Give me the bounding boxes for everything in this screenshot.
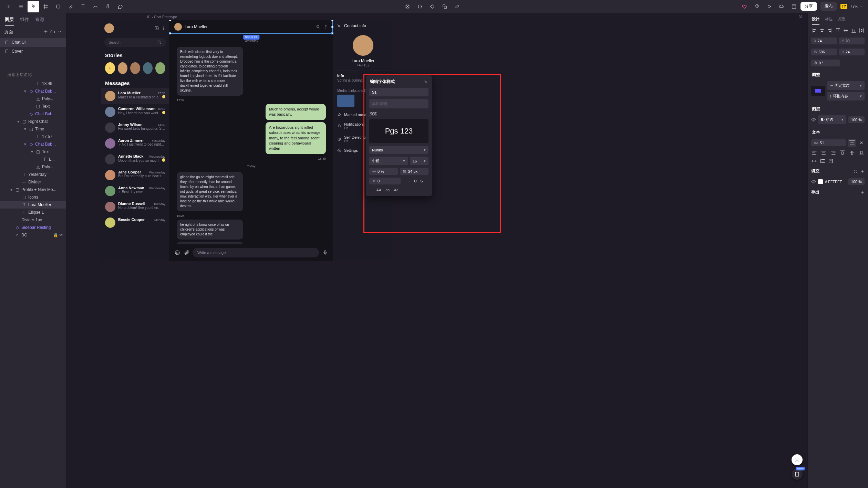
conversation-item[interactable]: Aaron ZimmerYesterday↳ No I just went to… xyxy=(101,136,169,151)
layer-item[interactable]: ▾▢Text xyxy=(0,148,66,156)
layer-item[interactable]: ▾◇Chat Bub... xyxy=(0,87,66,95)
vector-tool[interactable] xyxy=(90,1,101,12)
layer-item[interactable]: ▾▢Time xyxy=(0,125,66,133)
cloud-icon[interactable] xyxy=(776,1,787,12)
text-align-right-icon[interactable] xyxy=(830,150,836,156)
layer-item[interactable]: ▾◇Chat Bub... xyxy=(0,140,66,148)
layer-item[interactable]: —Divider 1px xyxy=(0,216,66,224)
heart-icon[interactable] xyxy=(738,1,750,12)
align-left-icon[interactable] xyxy=(811,27,817,33)
layer-item[interactable]: T17:57 xyxy=(0,133,66,140)
tab-layers[interactable]: 图层 xyxy=(5,17,14,26)
circle-icon[interactable] xyxy=(414,1,426,12)
underline-icon[interactable]: U xyxy=(414,179,417,183)
opacity-input[interactable]: 100 % xyxy=(848,116,865,123)
fill-hex[interactable]: # FFFFFF xyxy=(825,180,842,184)
shape-tool[interactable] xyxy=(52,1,64,12)
layer-item[interactable]: ○Ellipse 1 xyxy=(0,209,66,216)
conversation-item[interactable]: Jane CooperWednesdayBut I'm not really s… xyxy=(101,167,169,183)
frame-tool[interactable] xyxy=(40,1,52,12)
style-desc-input[interactable]: 添加说明 xyxy=(369,99,428,108)
comment-tool[interactable] xyxy=(114,1,126,12)
plugin-icon[interactable] xyxy=(751,1,763,12)
text-style-panel[interactable]: 编辑字体样式 S1 添加说明 预览 Pgs 123 Nunito▾ 中粗▾ 16… xyxy=(366,75,432,196)
help-fab[interactable]: NEW xyxy=(792,469,803,480)
conversation-item[interactable]: Anna NewmanWednesday✓ Best day ever xyxy=(101,183,169,199)
conversation-item[interactable]: Dianne RussellTuesdayNo problem! See you… xyxy=(101,199,169,215)
layer-item[interactable]: T18:49 xyxy=(0,80,66,87)
layer-item[interactable]: ▾▢Right Chat xyxy=(0,118,66,125)
chat-search-input[interactable] xyxy=(108,40,157,44)
theme-fab[interactable] xyxy=(792,454,803,465)
story-item[interactable] xyxy=(118,62,128,74)
mic-icon[interactable] xyxy=(322,250,328,255)
close-icon[interactable] xyxy=(337,23,341,28)
text-valign-top-icon[interactable] xyxy=(839,150,846,156)
text-valign-mid-icon[interactable] xyxy=(849,150,855,156)
contact-avatar-large[interactable] xyxy=(353,35,373,56)
conversation-item[interactable]: Cameron Williamson16:42Hey, I heard that… xyxy=(101,104,169,120)
detach-icon[interactable] xyxy=(858,140,865,146)
height-input[interactable]: H24 xyxy=(839,49,865,55)
text-style-field[interactable]: AaS1 xyxy=(811,139,846,146)
layer-item[interactable]: TYesterday xyxy=(0,171,66,178)
layer-search-input[interactable] xyxy=(7,72,59,77)
publish-button[interactable]: 发布 xyxy=(820,2,837,11)
filter-icon[interactable] xyxy=(62,72,62,77)
fill-opacity-input[interactable]: 100 % xyxy=(848,178,865,185)
menu-button[interactable] xyxy=(15,1,27,12)
layer-item[interactable]: ▢Icons xyxy=(0,193,66,201)
text-align-left-icon[interactable] xyxy=(811,150,817,156)
case-upper[interactable]: AA xyxy=(376,188,381,192)
eye-icon[interactable] xyxy=(811,117,816,122)
frame-label-right[interactable]: 02 xyxy=(799,15,803,19)
tab-components[interactable]: 组件 xyxy=(20,17,29,26)
layer-item[interactable]: ▾▢Profile + New Me... xyxy=(0,186,66,193)
text-box-icon[interactable] xyxy=(828,158,834,164)
rotation-input[interactable]: 0 ° xyxy=(811,60,840,66)
style-name-input[interactable]: S1 xyxy=(369,88,428,96)
more-icon[interactable] xyxy=(323,24,328,29)
layer-item[interactable]: TLara Mueller xyxy=(0,201,66,209)
chat-search[interactable] xyxy=(104,38,166,47)
add-export-icon[interactable] xyxy=(860,190,865,194)
chat-header-selection[interactable]: Lara Mueller 586 × 24 xyxy=(170,20,333,34)
search-icon[interactable] xyxy=(316,24,321,29)
attachment-icon[interactable] xyxy=(184,250,189,255)
font-family-dropdown[interactable]: Nunito▾ xyxy=(369,146,428,154)
conversation-item[interactable]: Bessie CooperMonday xyxy=(101,215,169,231)
strike-icon[interactable]: S xyxy=(420,179,423,183)
blend-dropdown[interactable]: ◐ 穿透▾ xyxy=(818,115,846,124)
add-page-icon[interactable] xyxy=(41,29,48,35)
layer-item[interactable]: ○BG🔒 👁 xyxy=(0,231,66,239)
minus-icon[interactable]: − xyxy=(370,188,372,192)
layer-item[interactable]: TL... xyxy=(0,156,66,163)
align-right-icon[interactable] xyxy=(827,27,833,33)
align-top-icon[interactable] xyxy=(835,27,841,33)
add-fill-icon[interactable] xyxy=(860,169,865,173)
link-icon[interactable] xyxy=(451,1,463,12)
align-vcenter-icon[interactable] xyxy=(843,27,849,33)
text-align-center-icon[interactable] xyxy=(820,150,827,156)
layer-item[interactable]: —Divider xyxy=(0,178,66,186)
align-hcenter-icon[interactable] xyxy=(819,27,825,33)
letter-spacing-input[interactable]: 0 % xyxy=(369,168,398,175)
play-icon[interactable] xyxy=(763,1,775,12)
new-chat-icon[interactable] xyxy=(154,26,159,31)
story-item[interactable] xyxy=(155,62,165,74)
case-lower[interactable]: aa xyxy=(385,188,390,192)
canvas[interactable]: 01 - Chat Prototype 02 Stories + xyxy=(66,13,807,488)
layer-item[interactable]: ◇Chat Bub... xyxy=(0,110,66,118)
back-button[interactable] xyxy=(3,1,14,12)
minus-icon[interactable]: − xyxy=(409,179,411,183)
bounding-box-icon[interactable] xyxy=(402,1,413,12)
layer-item[interactable]: ▢Text xyxy=(0,103,66,110)
media-thumb[interactable] xyxy=(337,95,354,107)
story-item[interactable] xyxy=(143,62,153,74)
pen-tool[interactable] xyxy=(65,1,76,12)
share-button[interactable]: 分享 xyxy=(800,2,817,11)
hand-tool[interactable] xyxy=(102,1,114,12)
frame-label[interactable]: 01 - Chat Prototype xyxy=(147,15,177,19)
style-icon[interactable] xyxy=(854,169,858,173)
auto-width-icon[interactable] xyxy=(811,158,817,164)
